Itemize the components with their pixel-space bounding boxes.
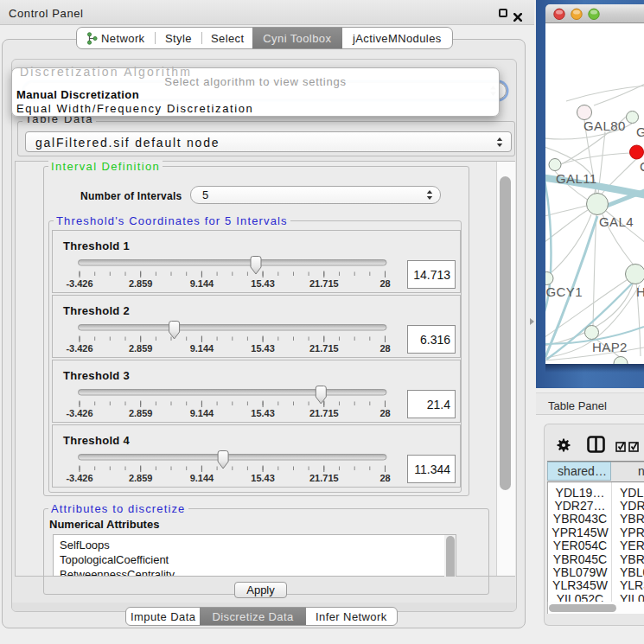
svg-text:HI: HI	[636, 284, 644, 299]
svg-text:28: 28	[379, 343, 390, 354]
svg-text:HAP2: HAP2	[592, 340, 628, 354]
svg-text:21.715: 21.715	[309, 343, 339, 354]
svg-text:28: 28	[379, 473, 390, 483]
svg-text:-3.426: -3.426	[66, 408, 92, 418]
svg-text:GAL11: GAL11	[556, 171, 597, 186]
svg-text:9.144: 9.144	[190, 408, 214, 418]
svg-text:2.859: 2.859	[129, 408, 153, 418]
svg-text:2.859: 2.859	[129, 473, 153, 483]
svg-text:9.144: 9.144	[190, 473, 214, 483]
svg-text:9.144: 9.144	[190, 278, 214, 289]
svg-text:28: 28	[379, 408, 390, 418]
svg-text:-3.426: -3.426	[66, 473, 92, 483]
svg-text:21.715: 21.715	[309, 473, 339, 483]
svg-text:-3.426: -3.426	[66, 278, 92, 289]
svg-text:GAL: GAL	[636, 124, 644, 139]
svg-text:15.43: 15.43	[251, 343, 275, 354]
svg-text:21.715: 21.715	[309, 408, 339, 418]
svg-text:2.859: 2.859	[129, 343, 153, 354]
svg-text:15.43: 15.43	[251, 278, 275, 289]
svg-text:15.43: 15.43	[251, 473, 275, 483]
svg-text:28: 28	[379, 278, 390, 289]
svg-text:21.715: 21.715	[309, 278, 339, 289]
svg-text:CY: CY	[640, 159, 644, 174]
svg-text:9.144: 9.144	[190, 343, 214, 354]
svg-text:-3.426: -3.426	[66, 343, 92, 354]
svg-text:15.43: 15.43	[251, 408, 275, 418]
svg-text:GAL4: GAL4	[599, 214, 634, 229]
svg-text:GAL80: GAL80	[583, 118, 626, 133]
svg-text:GCY1: GCY1	[546, 284, 583, 299]
svg-text:2.859: 2.859	[129, 278, 153, 289]
